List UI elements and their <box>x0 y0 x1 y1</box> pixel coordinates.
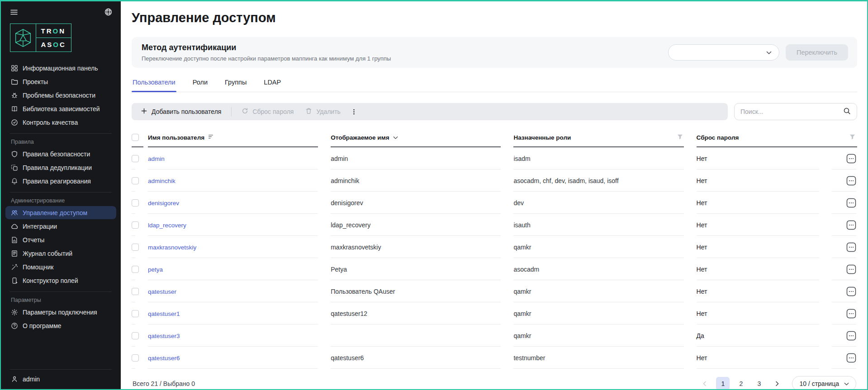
chevron-down-icon <box>766 49 772 56</box>
sidebar-item-dedup-rules[interactable]: Правила дедупликации <box>5 161 116 174</box>
row-actions-ellipsis-icon[interactable] <box>846 331 856 341</box>
roles-cell: qamkr <box>513 302 696 324</box>
row-checkbox[interactable] <box>132 221 139 229</box>
table-row: qatestuser1 qatestuser12 qamkr Нет <box>132 302 857 324</box>
sidebar-item-label: Управление доступом <box>23 209 87 216</box>
sidebar-item-quality-control[interactable]: Контроль качества <box>5 116 116 129</box>
sidebar-item-dependency-library[interactable]: Библиотека зависимостей <box>5 102 116 115</box>
page-button-1[interactable]: 1 <box>716 377 730 389</box>
username-link[interactable]: qatestuser <box>148 288 176 295</box>
row-checkbox[interactable] <box>132 354 139 362</box>
sidebar-item-projects[interactable]: Проекты <box>5 75 116 88</box>
field-builder-icon <box>11 277 18 284</box>
password-reset-cell: Нет <box>697 302 832 324</box>
filter-icon[interactable] <box>849 134 855 141</box>
auth-method-select[interactable] <box>668 44 779 61</box>
table-row: petya Petya asocadm Нет <box>132 258 857 280</box>
sidebar-item-security-issues[interactable]: Проблемы безопасности <box>5 89 116 102</box>
auth-panel-description: Переключение доступно после настройки па… <box>142 55 391 62</box>
quality-check-icon <box>11 119 18 126</box>
sidebar-item-label: Проблемы безопасности <box>23 92 95 99</box>
prev-page-icon[interactable] <box>698 377 711 389</box>
username-link[interactable]: ldap_recovery <box>148 222 186 229</box>
column-header-roles[interactable]: Назначенные роли <box>513 127 696 147</box>
sidebar-item-field-builder[interactable]: Конструктор полей <box>5 274 116 287</box>
sidebar-item-label: Контроль качества <box>23 119 78 126</box>
tab-roles[interactable]: Роли <box>192 78 209 92</box>
display-name-cell: qatestuser6 <box>331 347 513 369</box>
row-checkbox[interactable] <box>132 199 139 207</box>
sidebar-item-access-management[interactable]: Управление доступом <box>5 206 116 219</box>
bug-icon <box>11 92 18 99</box>
page-size-value: 10 / страница <box>799 380 839 387</box>
row-checkbox[interactable] <box>132 310 139 317</box>
row-checkbox[interactable] <box>132 266 139 273</box>
row-actions-ellipsis-icon[interactable] <box>846 220 856 230</box>
row-actions-ellipsis-icon[interactable] <box>846 176 856 186</box>
tab-ldap[interactable]: LDAP <box>263 78 282 92</box>
username-link[interactable]: denisigorev <box>148 200 179 207</box>
selection-summary: Всего 21 / Выбрано 0 <box>133 380 195 387</box>
tab-users[interactable]: Пользователи <box>132 78 176 92</box>
username-link[interactable]: adminchik <box>148 178 175 184</box>
more-actions-kebab-icon[interactable] <box>347 106 361 118</box>
row-checkbox[interactable] <box>132 332 139 339</box>
column-header-display-name[interactable]: Отображаемое имя <box>331 127 513 147</box>
row-actions-ellipsis-icon[interactable] <box>846 353 856 363</box>
username-link[interactable]: maxkrasnovetskiy <box>148 244 196 251</box>
current-user[interactable]: admin <box>10 369 112 389</box>
username-link[interactable]: qatestuser1 <box>148 310 180 317</box>
row-checkbox[interactable] <box>132 177 139 184</box>
username-link[interactable]: qatestuser6 <box>148 355 180 362</box>
sidebar-item-connection-parameters[interactable]: Параметры подключения <box>5 305 116 319</box>
tab-groups[interactable]: Группы <box>224 78 247 92</box>
auth-method-panel: Метод аутентификации Переключение доступ… <box>132 37 857 68</box>
table-row: admin admin isadm Нет <box>132 147 857 169</box>
page-size-select[interactable]: 10 / страница <box>792 376 856 389</box>
chevron-down-icon[interactable] <box>393 134 398 141</box>
column-header-username[interactable]: Имя пользователя <box>148 127 331 147</box>
sidebar-item-dashboard[interactable]: Информационная панель <box>5 61 116 75</box>
hamburger-menu-icon[interactable] <box>10 8 18 16</box>
row-checkbox[interactable] <box>132 244 139 251</box>
language-globe-icon[interactable] <box>104 8 113 16</box>
delete-button[interactable]: Удалить <box>300 105 346 118</box>
roles-cell: testnumber <box>513 347 696 369</box>
username-link[interactable]: qatestuser3 <box>148 333 180 339</box>
person-icon <box>11 376 18 383</box>
sidebar-item-assistant[interactable]: Помощник <box>5 260 116 273</box>
add-user-button[interactable]: Добавить пользователя <box>135 105 227 118</box>
password-reset-cell: Нет <box>697 214 832 236</box>
row-checkbox[interactable] <box>132 288 139 295</box>
row-actions-ellipsis-icon[interactable] <box>846 198 856 208</box>
username-link[interactable]: admin <box>148 155 165 162</box>
row-actions-ellipsis-icon[interactable] <box>846 242 856 252</box>
username-link[interactable]: petya <box>148 266 163 273</box>
select-all-checkbox[interactable] <box>132 134 139 141</box>
row-actions-ellipsis-icon[interactable] <box>846 154 856 164</box>
book-icon <box>11 105 18 113</box>
sidebar-item-security-rules[interactable]: Правила безопасности <box>5 147 116 160</box>
search-icon[interactable] <box>843 107 851 117</box>
table-row: qatestuser6 qatestuser6 testnumber Нет <box>132 347 857 369</box>
sidebar-item-integrations[interactable]: Интеграции <box>5 220 116 233</box>
sidebar-item-about[interactable]: О программе <box>5 319 116 332</box>
page-button-2[interactable]: 2 <box>734 377 748 389</box>
row-actions-ellipsis-icon[interactable] <box>846 309 856 319</box>
sidebar-item-reports[interactable]: Отчеты <box>5 233 116 246</box>
search-input[interactable] <box>740 108 843 115</box>
sort-icon[interactable] <box>208 134 214 141</box>
row-actions-ellipsis-icon[interactable] <box>846 287 856 296</box>
page-button-3[interactable]: 3 <box>752 377 766 389</box>
next-page-icon[interactable] <box>770 377 784 389</box>
sidebar-item-event-log[interactable]: Журнал событий <box>5 247 116 260</box>
display-name-cell: ldap_recovery <box>331 214 513 236</box>
table-row: maxkrasnovetskiy maxkrasnovetskiy qamkr … <box>132 236 857 258</box>
sidebar-item-response-rules[interactable]: Правила реагирования <box>5 174 116 188</box>
switch-button[interactable]: Переключить <box>786 44 848 61</box>
row-actions-ellipsis-icon[interactable] <box>846 264 856 274</box>
filter-icon[interactable] <box>677 134 683 141</box>
row-checkbox[interactable] <box>132 155 139 162</box>
column-header-password-reset[interactable]: Сброс пароля <box>697 127 857 147</box>
reset-password-button[interactable]: Сброс пароля <box>236 105 299 118</box>
